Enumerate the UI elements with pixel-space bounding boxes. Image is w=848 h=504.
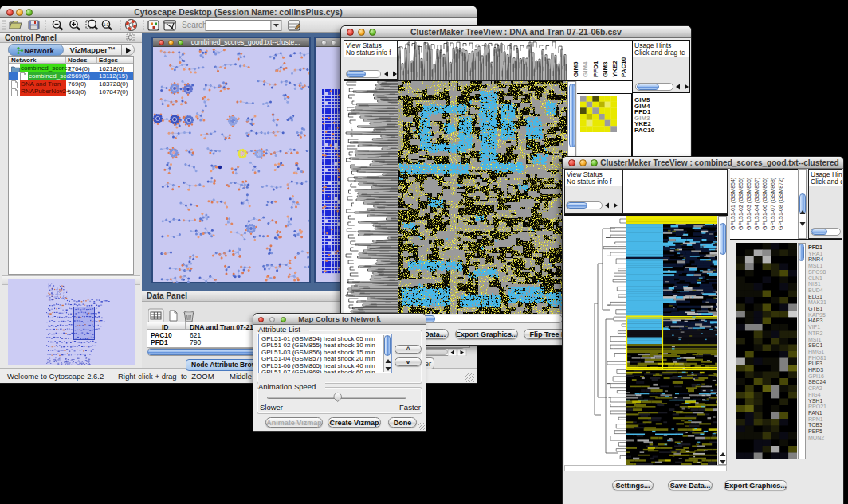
svg-text:Search:: Search: [182,21,209,29]
svg-text:1:1: 1:1 [104,22,109,27]
